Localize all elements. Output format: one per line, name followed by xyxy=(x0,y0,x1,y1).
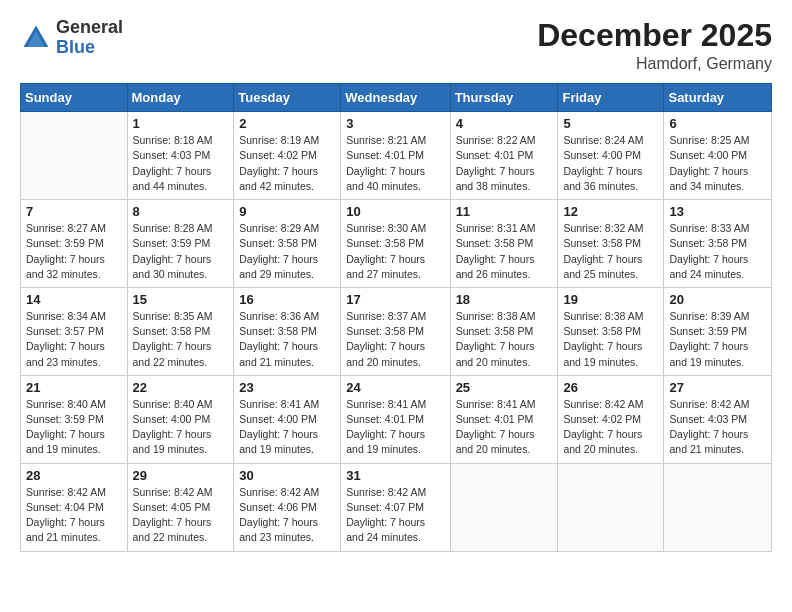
day-info: Sunrise: 8:38 AMSunset: 3:58 PMDaylight:… xyxy=(563,309,658,370)
calendar-cell: 13Sunrise: 8:33 AMSunset: 3:58 PMDayligh… xyxy=(664,200,772,288)
calendar-cell: 16Sunrise: 8:36 AMSunset: 3:58 PMDayligh… xyxy=(234,287,341,375)
day-number: 3 xyxy=(346,116,444,131)
day-info: Sunrise: 8:22 AMSunset: 4:01 PMDaylight:… xyxy=(456,133,553,194)
calendar-cell xyxy=(21,112,128,200)
day-number: 10 xyxy=(346,204,444,219)
calendar-cell: 2Sunrise: 8:19 AMSunset: 4:02 PMDaylight… xyxy=(234,112,341,200)
calendar-header-thursday: Thursday xyxy=(450,84,558,112)
calendar-cell: 24Sunrise: 8:41 AMSunset: 4:01 PMDayligh… xyxy=(341,375,450,463)
day-number: 23 xyxy=(239,380,335,395)
day-info: Sunrise: 8:33 AMSunset: 3:58 PMDaylight:… xyxy=(669,221,766,282)
day-number: 30 xyxy=(239,468,335,483)
calendar-cell: 10Sunrise: 8:30 AMSunset: 3:58 PMDayligh… xyxy=(341,200,450,288)
calendar-cell: 6Sunrise: 8:25 AMSunset: 4:00 PMDaylight… xyxy=(664,112,772,200)
calendar-cell: 27Sunrise: 8:42 AMSunset: 4:03 PMDayligh… xyxy=(664,375,772,463)
logo: General Blue xyxy=(20,18,123,58)
calendar-cell: 18Sunrise: 8:38 AMSunset: 3:58 PMDayligh… xyxy=(450,287,558,375)
day-number: 6 xyxy=(669,116,766,131)
day-number: 5 xyxy=(563,116,658,131)
day-number: 1 xyxy=(133,116,229,131)
calendar-week-row: 1Sunrise: 8:18 AMSunset: 4:03 PMDaylight… xyxy=(21,112,772,200)
calendar-cell: 20Sunrise: 8:39 AMSunset: 3:59 PMDayligh… xyxy=(664,287,772,375)
calendar-cell: 15Sunrise: 8:35 AMSunset: 3:58 PMDayligh… xyxy=(127,287,234,375)
calendar-cell: 5Sunrise: 8:24 AMSunset: 4:00 PMDaylight… xyxy=(558,112,664,200)
logo-blue: Blue xyxy=(56,38,123,58)
logo-icon xyxy=(20,22,52,54)
day-number: 24 xyxy=(346,380,444,395)
day-info: Sunrise: 8:24 AMSunset: 4:00 PMDaylight:… xyxy=(563,133,658,194)
calendar-cell: 19Sunrise: 8:38 AMSunset: 3:58 PMDayligh… xyxy=(558,287,664,375)
day-number: 14 xyxy=(26,292,122,307)
day-info: Sunrise: 8:42 AMSunset: 4:06 PMDaylight:… xyxy=(239,485,335,546)
title-area: December 2025 Hamdorf, Germany xyxy=(537,18,772,73)
calendar-header-friday: Friday xyxy=(558,84,664,112)
day-number: 26 xyxy=(563,380,658,395)
day-number: 18 xyxy=(456,292,553,307)
day-info: Sunrise: 8:18 AMSunset: 4:03 PMDaylight:… xyxy=(133,133,229,194)
day-number: 29 xyxy=(133,468,229,483)
logo-text: General Blue xyxy=(56,18,123,58)
calendar-cell: 29Sunrise: 8:42 AMSunset: 4:05 PMDayligh… xyxy=(127,463,234,551)
calendar-header-monday: Monday xyxy=(127,84,234,112)
day-number: 2 xyxy=(239,116,335,131)
day-info: Sunrise: 8:40 AMSunset: 3:59 PMDaylight:… xyxy=(26,397,122,458)
day-info: Sunrise: 8:41 AMSunset: 4:00 PMDaylight:… xyxy=(239,397,335,458)
calendar-week-row: 7Sunrise: 8:27 AMSunset: 3:59 PMDaylight… xyxy=(21,200,772,288)
calendar-cell: 7Sunrise: 8:27 AMSunset: 3:59 PMDaylight… xyxy=(21,200,128,288)
day-info: Sunrise: 8:29 AMSunset: 3:58 PMDaylight:… xyxy=(239,221,335,282)
day-info: Sunrise: 8:25 AMSunset: 4:00 PMDaylight:… xyxy=(669,133,766,194)
day-number: 7 xyxy=(26,204,122,219)
month-title: December 2025 xyxy=(537,18,772,53)
calendar-header-row: SundayMondayTuesdayWednesdayThursdayFrid… xyxy=(21,84,772,112)
day-number: 13 xyxy=(669,204,766,219)
day-info: Sunrise: 8:31 AMSunset: 3:58 PMDaylight:… xyxy=(456,221,553,282)
day-info: Sunrise: 8:36 AMSunset: 3:58 PMDaylight:… xyxy=(239,309,335,370)
day-number: 12 xyxy=(563,204,658,219)
calendar-cell: 22Sunrise: 8:40 AMSunset: 4:00 PMDayligh… xyxy=(127,375,234,463)
calendar-header-tuesday: Tuesday xyxy=(234,84,341,112)
day-info: Sunrise: 8:37 AMSunset: 3:58 PMDaylight:… xyxy=(346,309,444,370)
calendar-cell xyxy=(664,463,772,551)
day-info: Sunrise: 8:42 AMSunset: 4:02 PMDaylight:… xyxy=(563,397,658,458)
day-info: Sunrise: 8:41 AMSunset: 4:01 PMDaylight:… xyxy=(456,397,553,458)
day-info: Sunrise: 8:42 AMSunset: 4:05 PMDaylight:… xyxy=(133,485,229,546)
day-number: 25 xyxy=(456,380,553,395)
calendar-cell: 12Sunrise: 8:32 AMSunset: 3:58 PMDayligh… xyxy=(558,200,664,288)
calendar-cell: 4Sunrise: 8:22 AMSunset: 4:01 PMDaylight… xyxy=(450,112,558,200)
calendar-cell: 1Sunrise: 8:18 AMSunset: 4:03 PMDaylight… xyxy=(127,112,234,200)
calendar-header-saturday: Saturday xyxy=(664,84,772,112)
calendar-cell xyxy=(558,463,664,551)
day-info: Sunrise: 8:35 AMSunset: 3:58 PMDaylight:… xyxy=(133,309,229,370)
calendar-cell: 26Sunrise: 8:42 AMSunset: 4:02 PMDayligh… xyxy=(558,375,664,463)
day-info: Sunrise: 8:40 AMSunset: 4:00 PMDaylight:… xyxy=(133,397,229,458)
header: General Blue December 2025 Hamdorf, Germ… xyxy=(20,18,772,73)
day-number: 9 xyxy=(239,204,335,219)
calendar-week-row: 21Sunrise: 8:40 AMSunset: 3:59 PMDayligh… xyxy=(21,375,772,463)
day-number: 22 xyxy=(133,380,229,395)
day-info: Sunrise: 8:28 AMSunset: 3:59 PMDaylight:… xyxy=(133,221,229,282)
day-info: Sunrise: 8:27 AMSunset: 3:59 PMDaylight:… xyxy=(26,221,122,282)
day-number: 17 xyxy=(346,292,444,307)
day-number: 31 xyxy=(346,468,444,483)
calendar-cell: 23Sunrise: 8:41 AMSunset: 4:00 PMDayligh… xyxy=(234,375,341,463)
logo-general: General xyxy=(56,18,123,38)
day-number: 19 xyxy=(563,292,658,307)
calendar-cell xyxy=(450,463,558,551)
calendar-cell: 28Sunrise: 8:42 AMSunset: 4:04 PMDayligh… xyxy=(21,463,128,551)
day-info: Sunrise: 8:19 AMSunset: 4:02 PMDaylight:… xyxy=(239,133,335,194)
calendar-cell: 14Sunrise: 8:34 AMSunset: 3:57 PMDayligh… xyxy=(21,287,128,375)
calendar-header-sunday: Sunday xyxy=(21,84,128,112)
calendar-cell: 9Sunrise: 8:29 AMSunset: 3:58 PMDaylight… xyxy=(234,200,341,288)
day-number: 8 xyxy=(133,204,229,219)
day-number: 16 xyxy=(239,292,335,307)
page: General Blue December 2025 Hamdorf, Germ… xyxy=(0,0,792,612)
day-number: 21 xyxy=(26,380,122,395)
day-number: 20 xyxy=(669,292,766,307)
calendar-cell: 25Sunrise: 8:41 AMSunset: 4:01 PMDayligh… xyxy=(450,375,558,463)
calendar-cell: 11Sunrise: 8:31 AMSunset: 3:58 PMDayligh… xyxy=(450,200,558,288)
calendar-cell: 8Sunrise: 8:28 AMSunset: 3:59 PMDaylight… xyxy=(127,200,234,288)
calendar-week-row: 14Sunrise: 8:34 AMSunset: 3:57 PMDayligh… xyxy=(21,287,772,375)
day-info: Sunrise: 8:41 AMSunset: 4:01 PMDaylight:… xyxy=(346,397,444,458)
calendar-header-wednesday: Wednesday xyxy=(341,84,450,112)
calendar-table: SundayMondayTuesdayWednesdayThursdayFrid… xyxy=(20,83,772,551)
